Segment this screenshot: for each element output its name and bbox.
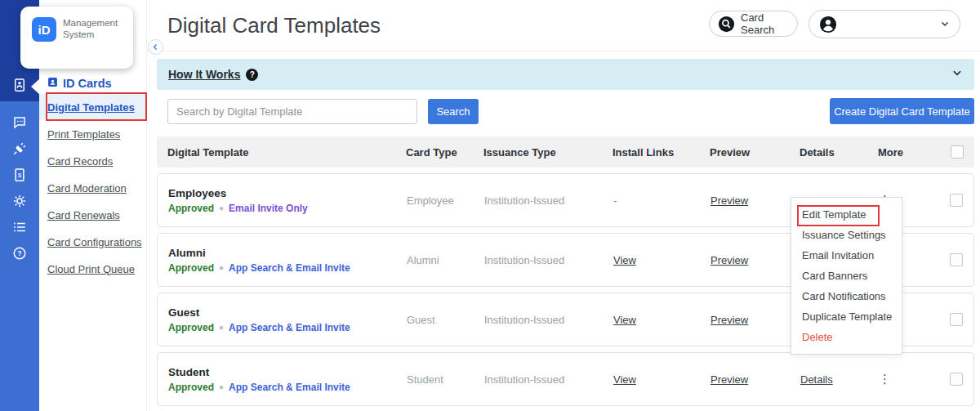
install-links-view-link[interactable]: View [613,314,636,326]
sidebar-item-card-records[interactable]: Card Records [39,148,147,174]
active-nav-notch [31,78,40,95]
menu-item-duplicate-template[interactable]: Duplicate Template [791,306,902,327]
app-logo-mark: iD [32,17,56,42]
menu-item-email-invitation[interactable]: Email Invitation [791,245,902,266]
col-more: More [878,146,945,159]
table-header: Digital Template Card Type Issuance Type… [157,136,974,168]
preview-link[interactable]: Preview [710,373,748,386]
create-template-button[interactable]: Create Digital Card Template [830,98,974,124]
list-icon [12,220,27,238]
status-badge: Approved [168,262,214,274]
sidebar-item-card-configurations[interactable]: Card Configurations [39,229,147,255]
row-checkbox[interactable] [950,253,963,266]
col-details: Details [800,146,878,159]
menu-item-edit-template[interactable]: Edit Template [791,204,902,225]
card-search-label: Card Search [741,11,789,36]
chat-icon [12,115,27,133]
card-type-value: Alumni [407,254,484,266]
install-links-value: - [613,194,710,207]
user-avatar-icon [819,16,837,34]
card-search-button[interactable]: Card Search [709,11,798,37]
rail-item-settings[interactable] [0,190,39,216]
status-badge: Approved [168,382,214,393]
rail-item-integrations[interactable] [0,137,39,163]
svg-text:$: $ [18,172,22,179]
rail-item-help[interactable]: ? [0,242,39,268]
col-card-type: Card Type [406,146,483,159]
user-menu[interactable] [808,10,960,38]
issuance-type-value: Institution-Issued [484,373,613,386]
status-separator-dot: ● [219,323,224,332]
card-search-icon [718,16,735,33]
row-checkbox[interactable] [950,373,963,386]
preview-link[interactable]: Preview [710,254,748,266]
row-checkbox[interactable] [950,194,963,207]
row-checkbox[interactable] [950,313,963,326]
header-divider [147,51,980,51]
status-badge: Approved [168,203,214,214]
invite-mode-label: App Search & Email Invite [229,262,350,274]
sidebar-item-card-moderation[interactable]: Card Moderation [39,175,147,201]
install-links-view-link[interactable]: View [613,373,636,386]
page-title: Digital Card Templates [167,13,381,38]
menu-item-delete[interactable]: Delete [791,327,902,347]
status-separator-dot: ● [219,263,224,272]
issuance-type-value: Institution-Issued [484,194,613,207]
banner-collapse-chevron-icon[interactable] [951,67,963,82]
menu-item-card-banners[interactable]: Card Banners [791,266,902,286]
preview-link[interactable]: Preview [710,194,748,207]
help-question-icon: ? [246,69,258,81]
menu-item-issuance-settings[interactable]: Issuance Settings [791,225,902,245]
gear-icon [12,194,27,212]
sidebar-section-id-cards: ID Cards [47,77,112,90]
search-button[interactable]: Search [428,99,479,124]
rail-item-messages[interactable] [0,111,39,137]
sidebar-item-print-templates[interactable]: Print Templates [39,121,147,147]
invoice-icon: $ [12,168,27,185]
app-logo-title: Management System [63,17,128,40]
card-type-value: Guest [407,314,484,326]
id-cards-section-icon [47,77,58,90]
status-separator-dot: ● [219,203,224,212]
search-input[interactable] [167,99,417,124]
menu-item-card-notifications[interactable]: Card Notifications [791,286,902,306]
rail-item-list[interactable] [0,216,39,242]
install-links-view-link[interactable]: View [613,254,636,266]
sidebar-collapse-button[interactable] [148,39,163,55]
invite-mode-label: App Search & Email Invite [229,382,350,393]
sidebar-section-label: ID Cards [63,77,112,90]
template-name: Student [168,366,407,378]
template-name: Employees [168,187,407,199]
details-context-menu: Edit Template Issuance Settings Email In… [791,197,902,355]
svg-text:?: ? [17,250,21,257]
col-issuance-type: Issuance Type [483,146,612,159]
status-badge: Approved [168,322,214,333]
status-separator-dot: ● [219,382,224,391]
how-it-works-banner[interactable]: How It Works ? [157,59,974,90]
details-link[interactable]: Details [800,373,833,386]
col-preview: Preview [710,146,800,159]
app-logo-card: iD Management System [20,7,133,69]
how-it-works-link[interactable]: How It Works [168,68,240,81]
col-digital-template: Digital Template [167,146,406,159]
table-row-student: Student Approved ● App Search & Email In… [157,352,974,406]
col-install-links: Install Links [612,146,710,159]
template-name: Alumni [168,247,407,259]
invite-mode-label: Email Invite Only [229,203,308,214]
select-all-checkbox[interactable] [951,145,964,159]
preview-link[interactable]: Preview [710,314,748,326]
sidebar-item-digital-templates[interactable]: Digital Templates [39,94,147,120]
card-type-value: Student [407,373,484,386]
more-kebab-icon[interactable]: ⋮ [879,372,891,386]
issuance-type-value: Institution-Issued [484,314,613,326]
sidebar-item-card-renewals[interactable]: Card Renewals [39,202,147,228]
issuance-type-value: Institution-Issued [484,254,613,266]
invite-mode-label: App Search & Email Invite [229,322,350,333]
help-icon: ? [12,246,27,264]
template-name: Guest [168,306,407,319]
rail-item-billing[interactable]: $ [0,163,39,190]
sidebar-item-cloud-print-queue[interactable]: Cloud Print Queue [39,256,147,282]
id-card-icon [12,78,27,96]
plug-icon [12,141,27,159]
card-type-value: Employee [407,194,484,207]
